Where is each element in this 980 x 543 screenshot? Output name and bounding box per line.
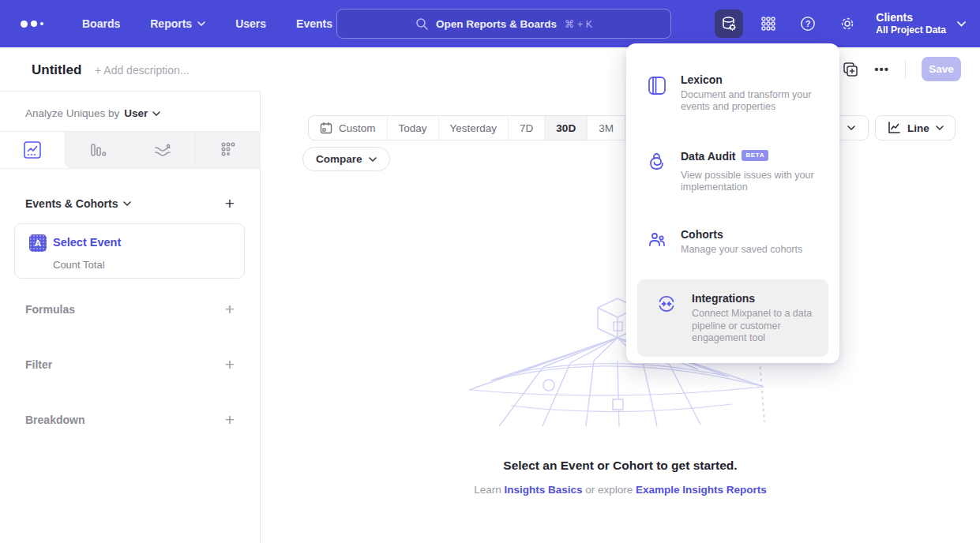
chevron-down-icon — [197, 21, 205, 26]
more-options-button[interactable]: ••• — [874, 62, 889, 76]
date-range-7d[interactable]: 7D — [509, 116, 545, 140]
formulas-section: Formulas + — [25, 301, 235, 317]
learn-text: Learn — [474, 484, 504, 496]
line-chart-icon — [887, 121, 901, 135]
tab-metric-chart[interactable] — [195, 132, 261, 168]
chart-type-label: Line — [907, 122, 929, 134]
date-range-30d[interactable]: 30D — [545, 116, 588, 140]
data-management-icon — [720, 15, 738, 32]
chart-type-selector[interactable]: Line — [875, 115, 956, 140]
date-range-3m[interactable]: 3M — [588, 116, 625, 140]
nav-reports[interactable]: Reports — [150, 17, 205, 30]
nav-boards-label: Boards — [82, 17, 120, 30]
nav-events-label: Events — [296, 17, 332, 30]
formulas-label: Formulas — [25, 303, 75, 316]
menu-item-integrations[interactable]: Integrations Connect Mixpanel to a data … — [637, 279, 828, 357]
add-breakdown-button[interactable]: + — [225, 411, 235, 428]
search-shortcut-hint: ⌘ + K — [565, 18, 592, 30]
lexicon-icon — [647, 75, 667, 95]
cohorts-description: Manage your saved cohorts — [681, 244, 802, 256]
nav-boards[interactable]: Boards — [82, 17, 120, 30]
data-audit-icon — [647, 152, 667, 172]
date-range-30d-label: 30D — [556, 122, 576, 134]
integrations-icon — [656, 294, 677, 314]
events-cohorts-section: Events & Cohorts + — [25, 195, 235, 212]
mixpanel-logo-icon[interactable] — [21, 21, 52, 28]
add-description-field[interactable]: + Add description... — [95, 64, 189, 77]
integrations-description: Connect Mixpanel to a data pipeline or c… — [692, 308, 819, 344]
breakdown-section: Breakdown + — [25, 411, 235, 428]
insights-basics-link[interactable]: Insights Basics — [504, 484, 582, 496]
events-cohorts-label: Events & Cohorts — [25, 197, 118, 210]
compare-label: Compare — [316, 153, 362, 165]
analyze-value: User — [124, 107, 148, 119]
example-insights-reports-link[interactable]: Example Insights Reports — [636, 484, 767, 496]
nav-users[interactable]: Users — [235, 17, 266, 30]
date-range-7d-label: 7D — [520, 122, 533, 134]
settings-gear-button[interactable] — [833, 9, 862, 38]
tab-flow-chart[interactable] — [130, 132, 196, 168]
date-range-custom-label: Custom — [339, 122, 376, 134]
event-letter-badge: A — [29, 234, 47, 252]
menu-item-lexicon[interactable]: Lexicon Document and transform your even… — [626, 64, 839, 123]
metric-chart-icon — [219, 140, 238, 159]
save-button[interactable]: Save — [922, 57, 961, 81]
data-management-menu: Lexicon Document and transform your even… — [626, 43, 839, 363]
chevron-down-icon — [957, 21, 966, 27]
tab-line-chart[interactable] — [0, 132, 65, 168]
top-navbar: Boards Reports Users Events Open Reports… — [0, 0, 980, 47]
integrations-title: Integrations — [692, 292, 819, 305]
divider — [905, 61, 906, 78]
compare-button[interactable]: Compare — [302, 147, 390, 171]
menu-item-data-audit[interactable]: Data Audit BETA View possible issues wit… — [626, 140, 839, 204]
cohorts-title: Cohorts — [681, 228, 802, 241]
duplicate-icon[interactable] — [843, 62, 858, 77]
date-range-yesterday[interactable]: Yesterday — [439, 116, 509, 140]
search-placeholder: Open Reports & Boards — [436, 18, 557, 30]
data-audit-title: Data Audit BETA — [681, 150, 815, 163]
add-event-button[interactable]: + — [225, 195, 235, 212]
nav-users-label: Users — [235, 17, 266, 30]
project-switcher[interactable]: Clients All Project Data — [876, 11, 946, 37]
event-row[interactable]: A Select Event Count Total — [14, 223, 245, 279]
nav-reports-label: Reports — [150, 17, 192, 30]
global-search-input[interactable]: Open Reports & Boards ⌘ + K — [336, 9, 671, 39]
add-filter-button[interactable]: + — [225, 356, 235, 373]
svg-text:?: ? — [805, 19, 811, 28]
chevron-down-icon — [847, 125, 855, 130]
tab-bar-chart[interactable] — [65, 132, 130, 168]
aggregation-selector[interactable]: Count Total — [53, 259, 105, 271]
chevron-down-icon — [936, 125, 944, 130]
analyze-label: Analyze Uniques by — [25, 107, 119, 119]
menu-item-cohorts[interactable]: Cohorts Manage your saved cohorts — [626, 219, 839, 265]
add-formula-button[interactable]: + — [225, 301, 235, 317]
filter-section: Filter + — [25, 356, 235, 373]
lexicon-description: Document and transform your events and p… — [681, 89, 815, 114]
date-range-custom[interactable]: Custom — [309, 116, 388, 140]
select-event-button[interactable]: Select Event — [53, 236, 121, 249]
cohorts-icon — [647, 230, 667, 250]
org-name: Clients — [876, 11, 946, 25]
chevron-down-icon — [123, 201, 131, 206]
line-chart-icon — [23, 140, 42, 159]
date-range-yesterday-label: Yesterday — [450, 122, 498, 134]
data-audit-description: View possible issues with your implement… — [681, 170, 815, 194]
nav-events[interactable]: Events — [296, 17, 332, 30]
chevron-down-icon — [369, 157, 377, 162]
date-range-3m-label: 3M — [599, 122, 614, 134]
date-range-today[interactable]: Today — [388, 116, 439, 140]
report-title[interactable]: Untitled — [32, 62, 81, 78]
events-cohorts-header[interactable]: Events & Cohorts — [25, 197, 131, 210]
or-explore-text: or explore — [582, 484, 636, 496]
calendar-icon — [320, 122, 332, 134]
data-management-button[interactable] — [715, 9, 743, 38]
chevron-down-icon — [152, 111, 160, 116]
breakdown-label: Breakdown — [25, 414, 84, 426]
analyze-uniques-selector[interactable]: Analyze Uniques by User — [25, 107, 160, 119]
more-date-ranges-button[interactable] — [835, 116, 868, 140]
beta-badge: BETA — [742, 150, 768, 161]
help-icon: ? — [799, 15, 817, 32]
apps-grid-button[interactable] — [754, 9, 783, 38]
help-button[interactable]: ? — [794, 9, 822, 38]
empty-state-subtitle: Learn Insights Basics or explore Example… — [261, 484, 980, 496]
